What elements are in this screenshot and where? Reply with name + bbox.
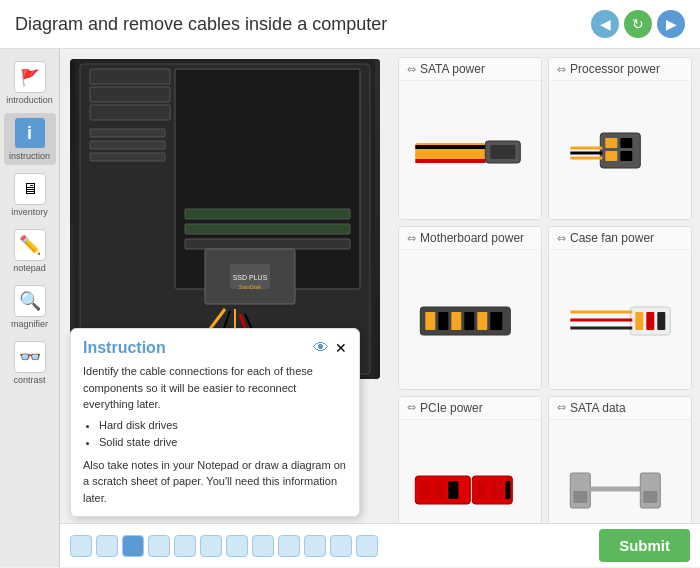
page-title: Diagram and remove cables inside a compu… [15,14,387,35]
progress-dot-8 [252,535,274,557]
svg-rect-58 [573,491,587,503]
svg-rect-4 [90,105,170,120]
progress-dot-4 [148,535,170,557]
progress-dot-5 [174,535,196,557]
svg-rect-40 [477,312,487,330]
svg-rect-54 [477,481,487,499]
content-area: SSD PLUS SanDisk [60,49,700,567]
svg-rect-18 [90,129,165,137]
cable-card-motherboard-power[interactable]: ⇔ Motherboard power [398,226,542,389]
cable-label-motherboard-power: Motherboard power [420,231,524,245]
svg-rect-36 [425,312,435,330]
progress-dot-10 [304,535,326,557]
sidebar: 🚩 introduction i instruction 🖥 inventory… [0,49,60,567]
instruction-list-item-2: Solid state drive [99,434,347,451]
app-container: Diagram and remove cables inside a compu… [0,0,700,567]
progress-dot-3 [122,535,144,557]
svg-rect-26 [490,145,515,159]
cable-image-sata-power [399,81,541,219]
cable-image-motherboard-power [399,250,541,388]
svg-rect-45 [657,312,665,330]
svg-rect-2 [90,69,170,84]
next-button[interactable]: ▶ [657,10,685,38]
cable-icon-sata: ⇔ [407,63,416,76]
instruction-footer: Also take notes in your Notepad or draw … [83,457,347,507]
sidebar-label-introduction: introduction [6,95,53,105]
sidebar-label-inventory: inventory [11,207,48,217]
refresh-button[interactable]: ↻ [624,10,652,38]
svg-rect-19 [90,141,165,149]
flag-icon: 🚩 [14,61,46,93]
svg-rect-20 [90,153,165,161]
sidebar-item-notepad[interactable]: ✏️ notepad [4,225,56,277]
close-icon[interactable]: ✕ [335,340,347,356]
svg-rect-8 [185,239,350,249]
svg-rect-31 [620,151,632,161]
prev-button[interactable]: ◀ [591,10,619,38]
sidebar-label-notepad: notepad [13,263,46,273]
view-icon[interactable]: 👁 [313,339,329,357]
sidebar-item-contrast[interactable]: 👓 contrast [4,337,56,389]
cable-card-case-fan-power[interactable]: ⇔ Case fan power [548,226,692,389]
cable-card-sata-power[interactable]: ⇔ SATA power [398,57,542,220]
monitor-icon: 🖥 [14,173,46,205]
progress-dots [70,535,591,557]
cable-icon-pcie: ⇔ [407,401,416,414]
glasses-icon: 👓 [14,341,46,373]
svg-text:SanDisk: SanDisk [239,284,262,290]
progress-dot-9 [278,535,300,557]
instruction-body: Identify the cable connections for each … [83,363,347,506]
svg-rect-41 [490,312,502,330]
svg-rect-51 [434,481,444,499]
instruction-popup: Instruction 👁 ✕ Identify the cable conne… [70,328,360,517]
sidebar-item-inventory[interactable]: 🖥 inventory [4,169,56,221]
instruction-list-item-1: Hard disk drives [99,417,347,434]
svg-rect-24 [415,159,485,163]
svg-text:SSD PLUS: SSD PLUS [233,274,268,281]
svg-rect-61 [643,491,657,503]
main-layout: 🚩 introduction i instruction 🖥 inventory… [0,49,700,567]
svg-rect-44 [646,312,654,330]
svg-rect-6 [185,209,350,219]
svg-rect-30 [605,151,617,161]
progress-dot-1 [70,535,92,557]
cable-grid: ⇔ SATA power [390,49,700,567]
cable-label-pcie-power: PCIe power [420,401,483,415]
cable-icon-sata-data: ⇔ [557,401,566,414]
svg-rect-37 [438,312,448,330]
svg-rect-7 [185,224,350,234]
svg-rect-56 [505,481,510,499]
svg-rect-52 [448,481,458,499]
cable-icon-case-fan: ⇔ [557,232,566,245]
sidebar-label-magnifier: magnifier [11,319,48,329]
progress-dot-7 [226,535,248,557]
info-icon: i [14,117,46,149]
nav-buttons: ◀ ↻ ▶ [591,10,685,38]
progress-dot-6 [200,535,222,557]
cable-icon-motherboard: ⇔ [407,232,416,245]
sidebar-label-instruction: instruction [9,151,50,161]
cable-label-case-fan-power: Case fan power [570,231,654,245]
progress-dot-11 [330,535,352,557]
submit-button[interactable]: Submit [599,529,690,562]
cable-card-processor-power[interactable]: ⇔ Processor power [548,57,692,220]
pencil-icon: ✏️ [14,229,46,261]
svg-rect-50 [420,481,430,499]
progress-dot-2 [96,535,118,557]
cable-icon-processor: ⇔ [557,63,566,76]
svg-rect-3 [90,87,170,102]
svg-rect-38 [451,312,461,330]
progress-dot-12 [356,535,378,557]
svg-rect-55 [491,481,501,499]
instruction-controls: 👁 ✕ [313,339,347,357]
sidebar-item-introduction[interactable]: 🚩 introduction [4,57,56,109]
cable-label-sata-power: SATA power [420,62,485,76]
cable-image-processor-power [549,81,691,219]
svg-rect-23 [415,153,485,157]
sidebar-item-instruction[interactable]: i instruction [4,113,56,165]
header: Diagram and remove cables inside a compu… [0,0,700,49]
bottom-bar: Submit [60,523,700,567]
cable-label-sata-data: SATA data [570,401,626,415]
cable-image-case-fan-power [549,250,691,388]
sidebar-item-magnifier[interactable]: 🔍 magnifier [4,281,56,333]
